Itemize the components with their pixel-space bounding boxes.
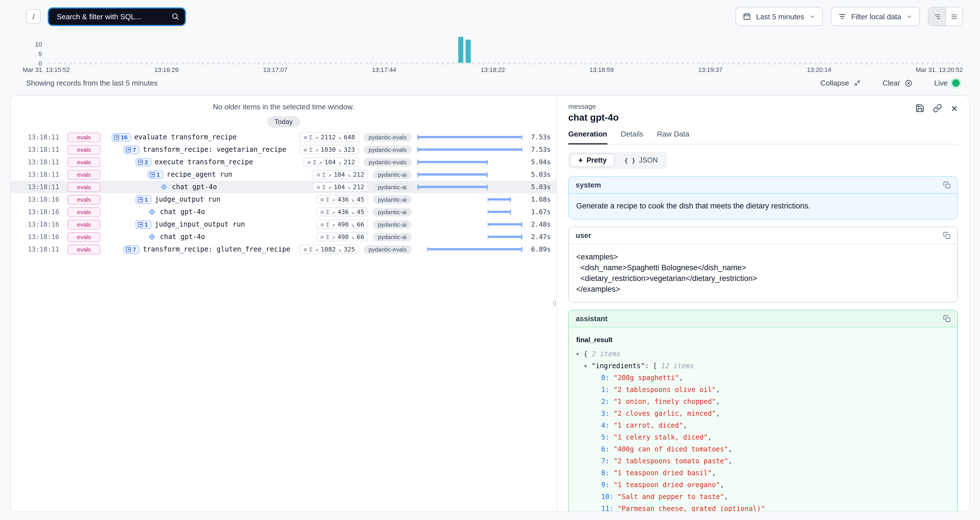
collapse-children-toggle[interactable]: 16 bbox=[112, 133, 131, 141]
json-mode-button[interactable]: { } JSON bbox=[616, 154, 665, 167]
assistant-message-header: assistant bbox=[569, 311, 957, 327]
token-usage-badge: ⊘Σ↗1082↘325 bbox=[300, 245, 359, 254]
json-string-value: "Salt and pepper to taste" bbox=[617, 493, 724, 501]
duration-label: 1.68s bbox=[522, 195, 551, 203]
time-range-select[interactable]: Last 5 minutes bbox=[736, 7, 823, 26]
evals-badge[interactable]: evals bbox=[67, 132, 100, 142]
minus-icon bbox=[126, 147, 131, 152]
evals-badge[interactable]: evals bbox=[67, 157, 100, 167]
json-index: 10: bbox=[601, 493, 617, 501]
json-index: 7: bbox=[601, 457, 613, 465]
view-toggle-list[interactable] bbox=[945, 7, 963, 25]
trace-row[interactable]: 13:18:11evals7transform_recipe: vegetari… bbox=[11, 143, 556, 156]
collapse-children-toggle[interactable]: 2 bbox=[135, 158, 151, 166]
tab-details[interactable]: Details bbox=[621, 130, 643, 144]
span-name: chat gpt-4o bbox=[160, 233, 205, 241]
row-timestamp: 13:18:16 bbox=[28, 208, 62, 216]
trace-row[interactable]: 13:18:16evalschat gpt-4o⊘Σ↗436↘45pydanti… bbox=[11, 206, 556, 218]
caret-down-icon[interactable]: ▼ bbox=[584, 360, 592, 372]
detail-pane: message chat gpt-4o ✕ Generation Details… bbox=[557, 96, 969, 512]
copy-icon[interactable] bbox=[943, 181, 950, 189]
trace-row[interactable]: 13:18:11evals2execute transform_recipe⊘Σ… bbox=[11, 156, 556, 168]
json-array-item: 7: "2 tablespoons tomato paste", bbox=[601, 455, 950, 467]
output-tokens-value: 212 bbox=[353, 183, 364, 190]
collapse-children-toggle[interactable]: 1 bbox=[135, 195, 151, 204]
evals-badge[interactable]: evals bbox=[67, 145, 100, 154]
span-tree-cell: 7transform_recipe: gluten_free_recipe bbox=[108, 245, 290, 254]
clear-button[interactable]: Clear bbox=[879, 78, 916, 88]
timeline-cell bbox=[417, 208, 522, 216]
evals-badge[interactable]: evals bbox=[67, 244, 100, 254]
collapse-children-toggle[interactable]: 7 bbox=[124, 145, 140, 154]
evals-badge[interactable]: evals bbox=[67, 170, 100, 179]
pane-resize-handle[interactable]: ⠿ bbox=[552, 300, 557, 307]
search-input[interactable] bbox=[56, 12, 168, 21]
input-tokens-icon: ↗ bbox=[315, 146, 318, 153]
tab-raw-data[interactable]: Raw Data bbox=[657, 130, 689, 144]
row-timestamp: 13:18:11 bbox=[28, 146, 62, 154]
copy-link-icon[interactable] bbox=[933, 104, 942, 113]
evals-badge[interactable]: evals bbox=[67, 195, 100, 204]
duration-bar bbox=[488, 198, 511, 201]
output-tokens-value: 323 bbox=[344, 146, 355, 153]
minus-icon bbox=[126, 247, 131, 252]
json-array-item: 9: "1 teaspoon dried oregano", bbox=[601, 479, 950, 491]
child-count: 16 bbox=[121, 134, 127, 141]
input-tokens-icon: ↗ bbox=[332, 221, 335, 227]
detail-tabs: Generation Details Raw Data bbox=[568, 130, 958, 144]
histogram-bar[interactable] bbox=[466, 40, 471, 63]
duration-label: 2.48s bbox=[522, 220, 551, 228]
evals-badge[interactable]: evals bbox=[67, 207, 100, 217]
json-string-value: "400g can of diced tomatoes" bbox=[613, 445, 728, 453]
row-timestamp: 13:18:11 bbox=[28, 171, 62, 178]
live-toggle[interactable]: Live bbox=[931, 78, 963, 88]
braces-icon: { } bbox=[624, 157, 635, 164]
render-mode-toggle: ✦ Pretty { } JSON bbox=[568, 152, 668, 169]
span-tree-cell: chat gpt-4o bbox=[108, 183, 217, 191]
view-toggle-tree[interactable] bbox=[928, 7, 945, 25]
caret-down-icon[interactable]: ▼ bbox=[576, 348, 584, 360]
duration-bar bbox=[417, 173, 488, 176]
span-tree-cell: 1recipe_agent run bbox=[108, 170, 232, 179]
evals-badge[interactable]: evals bbox=[67, 219, 100, 229]
json-key: ingredients bbox=[595, 362, 641, 370]
collapse-button[interactable]: Collapse bbox=[817, 78, 864, 88]
output-tokens-value: 45 bbox=[357, 196, 364, 203]
trace-row[interactable]: 13:18:11evalschat gpt-4o⊘Σ↗104↘212pydant… bbox=[11, 181, 556, 193]
tab-generation[interactable]: Generation bbox=[568, 130, 607, 144]
collapse-children-toggle[interactable]: 1 bbox=[148, 170, 163, 179]
x-tick: Mar 31. 13:15:52 bbox=[23, 66, 70, 73]
trace-row[interactable]: 13:18:16evalschat gpt-4o⊘Σ↗490↘66pydanti… bbox=[11, 231, 556, 243]
trace-row[interactable]: 13:18:11evals16evaluate transform_recipe… bbox=[11, 131, 556, 143]
evals-badge[interactable]: evals bbox=[67, 182, 100, 192]
json-index: 3: bbox=[601, 409, 613, 417]
copy-icon[interactable] bbox=[943, 231, 950, 239]
filter-local-data-select[interactable]: Filter local data bbox=[831, 7, 920, 26]
histogram-bar[interactable] bbox=[458, 37, 463, 63]
no-cache-icon: ⊘ bbox=[320, 221, 324, 227]
detail-header-actions: ✕ bbox=[916, 103, 958, 113]
pretty-mode-button[interactable]: ✦ Pretty bbox=[570, 154, 614, 167]
span-tree-cell: 16evaluate transform_recipe bbox=[108, 133, 237, 141]
no-cache-icon: ⊘ bbox=[304, 134, 307, 140]
search-bar[interactable] bbox=[48, 7, 186, 26]
span-tree-cell: 1judge_output run bbox=[108, 195, 220, 204]
chart-plot[interactable] bbox=[49, 37, 963, 63]
trace-row[interactable]: 13:18:11evals1recipe_agent run⊘Σ↗104↘212… bbox=[11, 168, 556, 181]
copy-icon[interactable] bbox=[943, 315, 950, 322]
chevron-down-icon bbox=[809, 13, 816, 19]
close-icon[interactable]: ✕ bbox=[951, 104, 958, 113]
span-name: judge_input_output run bbox=[155, 220, 245, 228]
duration-bar bbox=[417, 161, 488, 163]
input-tokens-value: 490 bbox=[337, 220, 349, 228]
output-tokens-icon: ↘ bbox=[338, 146, 341, 153]
collapse-children-toggle[interactable]: 7 bbox=[124, 245, 140, 254]
trace-row[interactable]: 13:18:16evals1judge_input_output run⊘Σ↗4… bbox=[11, 218, 556, 231]
empty-window-notice: No older items in the selected time wind… bbox=[11, 103, 556, 111]
save-view-icon[interactable] bbox=[916, 104, 925, 113]
trace-row[interactable]: 13:18:11evals7transform_recipe: gluten_f… bbox=[11, 243, 556, 255]
collapse-children-toggle[interactable]: 1 bbox=[135, 220, 151, 228]
trace-row[interactable]: 13:18:16evals1judge_output run⊘Σ↗436↘45p… bbox=[11, 193, 556, 206]
live-label: Live bbox=[934, 79, 948, 87]
evals-badge[interactable]: evals bbox=[67, 232, 100, 242]
